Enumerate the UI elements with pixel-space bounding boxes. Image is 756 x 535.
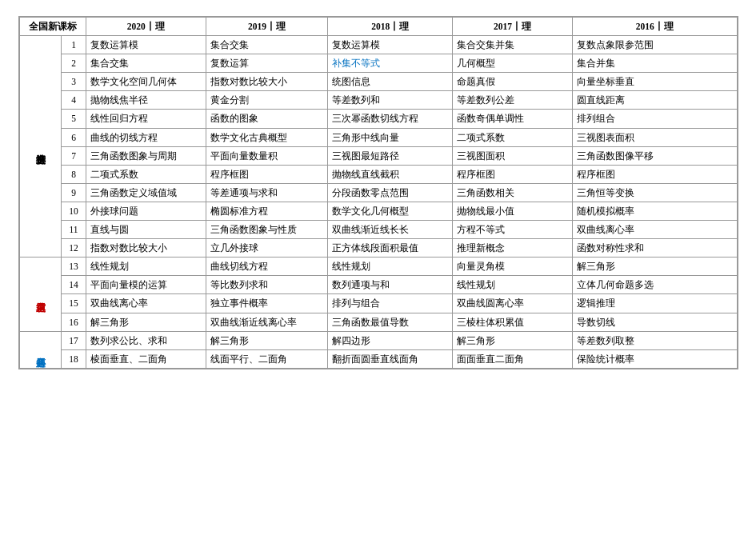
cell-s2016: 双曲线离心率 [572, 221, 737, 239]
header-2017: 2017丨理 [453, 18, 573, 36]
cell-s2019: 程序框图 [206, 165, 328, 183]
cell-s2020: 解三角形 [86, 313, 206, 331]
cell-s2020: 双曲线离心率 [86, 294, 206, 313]
row-num: 2 [62, 54, 86, 73]
cell-s2016: 圆直线距离 [572, 91, 737, 110]
cell-s2018: 三视图最短路径 [328, 146, 453, 165]
cell-s2018: 抛物线直线截积 [328, 165, 453, 183]
row-num: 4 [62, 91, 86, 110]
cell-s2020: 指数对数比较大小 [86, 239, 206, 258]
cell-s2019: 指数对数比较大小 [206, 73, 328, 91]
cell-s2020: 线性回归方程 [86, 110, 206, 128]
cell-s2018: 线性规划 [328, 258, 453, 276]
cell-s2017: 函数奇偶单调性 [453, 110, 573, 128]
cell-s2016: 逻辑推理 [572, 294, 737, 313]
table-row: 2集合交集复数运算补集不等式几何概型集合并集 [19, 54, 737, 73]
cell-s2020: 平面向量模的运算 [86, 276, 206, 294]
cell-s2018: 双曲线渐近线长长 [328, 221, 453, 239]
table-row: 16解三角形双曲线渐近线离心率三角函数最值导数三棱柱体积累值导数切线 [19, 313, 737, 331]
cell-s2019: 黄金分割 [206, 91, 328, 110]
cell-s2017: 向量灵角模 [453, 258, 573, 276]
cell-s2018: 解四边形 [328, 331, 453, 349]
cell-s2019: 平面向量数量积 [206, 146, 328, 165]
cell-s2019: 数学文化古典概型 [206, 128, 328, 146]
table-row: 必答题17数列求公比、求和解三角形解四边形解三角形等差数列取整 [19, 331, 737, 349]
table-row: 填空选择1复数运算模集合交集复数运算模集合交集并集复数点象限参范围 [19, 36, 737, 54]
table-row: 8二项式系数程序框图抛物线直线截积程序框图程序框图 [19, 165, 737, 183]
cell-s2020: 抛物线焦半径 [86, 91, 206, 110]
cell-s2019: 等差通项与求和 [206, 183, 328, 202]
cell-s2016: 排列组合 [572, 110, 737, 128]
table-row: 18棱面垂直、二面角线面平行、二面角翻折面圆垂直线面角面面垂直二面角保险统计概率 [19, 349, 737, 368]
cell-s2016: 函数对称性求和 [572, 239, 737, 258]
cell-s2019: 曲线切线方程 [206, 258, 328, 276]
table-row: 15双曲线离心率独立事件概率排列与组合双曲线圆离心率逻辑推理 [19, 294, 737, 313]
cell-s2020: 三角函数定义域值域 [86, 183, 206, 202]
cell-s2017: 解三角形 [453, 331, 573, 349]
row-num: 3 [62, 73, 86, 91]
cell-s2020: 三角函数图象与周期 [86, 146, 206, 165]
cell-s2016: 向量坐标垂直 [572, 73, 737, 91]
cell-s2019: 线面平行、二面角 [206, 349, 328, 368]
category-cell: 填空题 [19, 258, 62, 331]
cell-s2017: 方程不等式 [453, 221, 573, 239]
cell-s2019: 独立事件概率 [206, 294, 328, 313]
cell-s2017: 集合交集并集 [453, 36, 573, 54]
cell-s2018: 排列与组合 [328, 294, 453, 313]
cell-s2019: 解三角形 [206, 331, 328, 349]
table-row: 6曲线的切线方程数学文化古典概型三角形中线向量二项式系数三视图表面积 [19, 128, 737, 146]
cell-s2017: 双曲线圆离心率 [453, 294, 573, 313]
header-2016: 2016丨理 [572, 18, 737, 36]
cell-s2018: 数列通项与和 [328, 276, 453, 294]
cell-s2017: 抛物线最小值 [453, 202, 573, 220]
cell-s2016: 导数切线 [572, 313, 737, 331]
row-num: 6 [62, 128, 86, 146]
table-row: 3数学文化空间几何体指数对数比较大小统图信息命题真假向量坐标垂直 [19, 73, 737, 91]
cell-s2020: 棱面垂直、二面角 [86, 349, 206, 368]
cell-s2016: 随机模拟概率 [572, 202, 737, 220]
row-num: 9 [62, 183, 86, 202]
table-row: 4抛物线焦半径黄金分割等差数列和等差数列公差圆直线距离 [19, 91, 737, 110]
cell-s2018: 三次幂函数切线方程 [328, 110, 453, 128]
category-cell: 必答题 [19, 331, 62, 368]
table-row: 14平面向量模的运算等比数列求和数列通项与和线性规划立体几何命题多选 [19, 276, 737, 294]
cell-s2018: 翻折面圆垂直线面角 [328, 349, 453, 368]
cell-s2018: 统图信息 [328, 73, 453, 91]
cell-s2016: 三角恒等变换 [572, 183, 737, 202]
cell-s2020: 外接球问题 [86, 202, 206, 220]
row-num: 12 [62, 239, 86, 258]
cell-s2019: 集合交集 [206, 36, 328, 54]
content-table: 全国新课标 2020丨理 2019丨理 2018丨理 2017丨理 2016丨理… [19, 17, 738, 369]
row-num: 18 [62, 349, 86, 368]
cell-s2020: 二项式系数 [86, 165, 206, 183]
category-cell: 填空选择 [19, 36, 62, 258]
cell-s2017: 二项式系数 [453, 128, 573, 146]
table-row: 5线性回归方程函数的图象三次幂函数切线方程函数奇偶单调性排列组合 [19, 110, 737, 128]
cell-s2018: 三角函数最值导数 [328, 313, 453, 331]
cell-s2017: 程序框图 [453, 165, 573, 183]
cell-s2020: 数列求公比、求和 [86, 331, 206, 349]
cell-s2016: 等差数列取整 [572, 331, 737, 349]
cell-s2018: 数学文化几何概型 [328, 202, 453, 220]
cell-s2017: 三角函数相关 [453, 183, 573, 202]
row-num: 15 [62, 294, 86, 313]
cell-s2020: 复数运算模 [86, 36, 206, 54]
table-row: 10外接球问题椭圆标准方程数学文化几何概型抛物线最小值随机模拟概率 [19, 202, 737, 220]
cell-s2016: 保险统计概率 [572, 349, 737, 368]
cell-s2016: 三角函数图像平移 [572, 146, 737, 165]
row-num: 11 [62, 221, 86, 239]
cell-s2018: 补集不等式 [328, 54, 453, 73]
cell-s2018: 分段函数零点范围 [328, 183, 453, 202]
row-num: 17 [62, 331, 86, 349]
row-num: 1 [62, 36, 86, 54]
row-num: 7 [62, 146, 86, 165]
header-2020: 2020丨理 [86, 18, 206, 36]
row-num: 10 [62, 202, 86, 220]
cell-s2020: 集合交集 [86, 54, 206, 73]
cell-s2020: 曲线的切线方程 [86, 128, 206, 146]
header-2019: 2019丨理 [206, 18, 328, 36]
cell-s2019: 复数运算 [206, 54, 328, 73]
cell-s2017: 命题真假 [453, 73, 573, 91]
table-row: 7三角函数图象与周期平面向量数量积三视图最短路径三视图面积三角函数图像平移 [19, 146, 737, 165]
cell-s2017: 三棱柱体积累值 [453, 313, 573, 331]
